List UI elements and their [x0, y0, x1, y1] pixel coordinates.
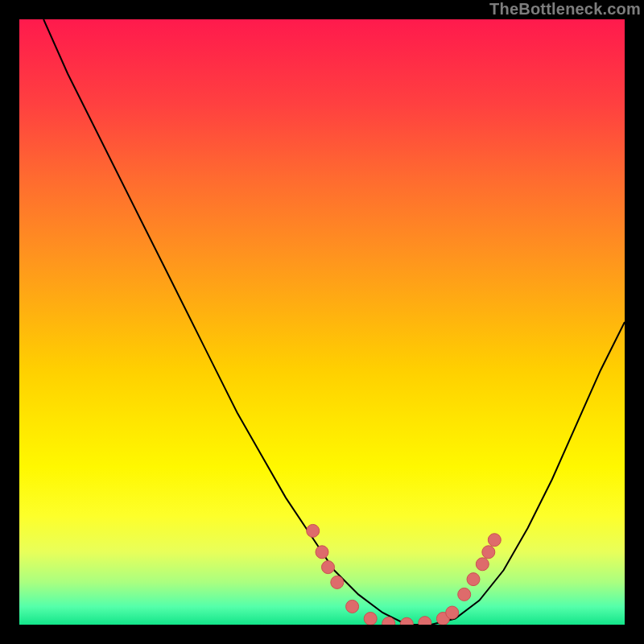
curve-marker	[331, 576, 344, 588]
curve-marker	[488, 534, 501, 547]
bottleneck-curve	[43, 19, 625, 625]
curve-marker	[476, 558, 489, 571]
curve-layer	[19, 19, 625, 625]
plot-area	[19, 19, 625, 625]
chart-frame: TheBottleneck.com	[0, 0, 644, 644]
curve-marker	[419, 617, 431, 625]
curve-marker	[458, 588, 471, 601]
curve-marker	[307, 524, 320, 537]
curve-marker	[446, 606, 459, 619]
curve-marker	[467, 573, 480, 586]
watermark-text: TheBottleneck.com	[489, 0, 641, 19]
curve-marker	[346, 600, 359, 613]
curve-marker	[322, 561, 335, 574]
curve-marker	[364, 613, 377, 625]
curve-marker	[400, 617, 413, 625]
curve-marker	[482, 546, 495, 559]
curve-marker	[316, 546, 328, 559]
curve-markers	[307, 524, 502, 625]
